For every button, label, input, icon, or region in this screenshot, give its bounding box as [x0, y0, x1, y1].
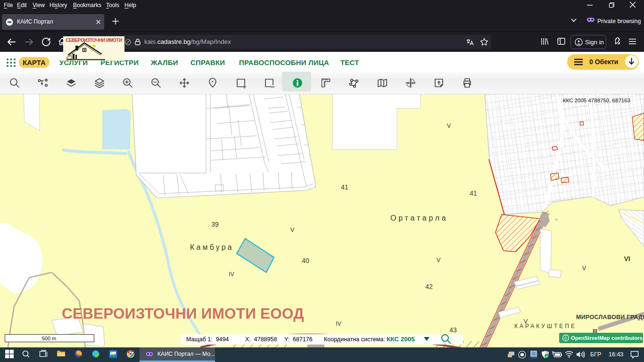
svg-text:X: 4788958: X: 4788958: [245, 336, 277, 343]
svg-text:©: ©: [564, 336, 568, 341]
svg-text:500 m: 500 m: [42, 336, 57, 341]
svg-text:V: V: [582, 264, 586, 272]
svg-text:Мащаб 1: 9494: Мащаб 1: 9494: [186, 336, 229, 343]
svg-text:ККС 2005: ККС 2005: [387, 336, 415, 343]
svg-text:39: 39: [211, 221, 219, 228]
svg-text:V: V: [447, 122, 451, 129]
svg-text:КАРАКУШТЕПЕ: КАРАКУШТЕПЕ: [514, 323, 577, 329]
svg-text:ККС 2005 4788750, 687163: ККС 2005 4788750, 687163: [563, 98, 630, 103]
svg-text:Координатна система:: Координатна система:: [324, 336, 385, 343]
svg-text:МИРОСЛАВОВИ ГРАДИН: МИРОСЛАВОВИ ГРАДИН: [576, 314, 644, 321]
svg-text:IV: IV: [229, 271, 234, 278]
svg-text:42: 42: [425, 283, 433, 290]
svg-text:Ортатарла: Ортатарла: [390, 214, 448, 222]
svg-text:Камбура: Камбура: [190, 243, 234, 251]
svg-text:IV: IV: [336, 321, 341, 327]
svg-text:V: V: [437, 256, 441, 263]
svg-text:41: 41: [470, 189, 477, 197]
svg-text:40: 40: [302, 257, 309, 264]
svg-text:OpenStreetMap contributors.: OpenStreetMap contributors.: [571, 335, 644, 341]
svg-text:Y: 687176: Y: 687176: [284, 336, 313, 343]
svg-text:V: V: [290, 226, 295, 233]
svg-text:СЕВЕРОИЗТОЧНИ ИМОТИ ЕООД: СЕВЕРОИЗТОЧНИ ИМОТИ ЕООД: [62, 305, 304, 322]
svg-text:41: 41: [341, 183, 348, 191]
svg-text:VI: VI: [624, 255, 630, 263]
svg-text:43: 43: [449, 326, 457, 334]
